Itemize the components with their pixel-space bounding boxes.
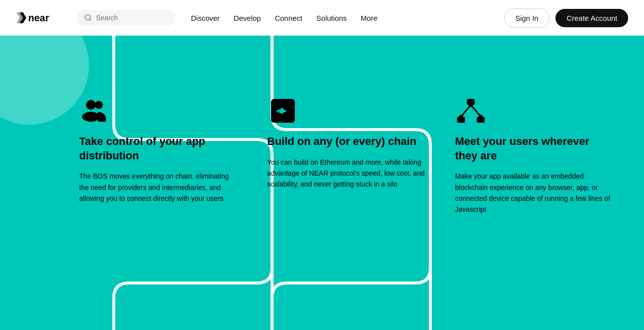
nav-develop[interactable]: Develop [233, 14, 261, 22]
feature-3-icon [455, 95, 487, 127]
nav-solutions[interactable]: Solutions [316, 14, 347, 22]
feature-2-desc: You can build on Ethereum and more, whil… [267, 157, 425, 190]
nav-discover[interactable]: Discover [191, 14, 220, 22]
feature-users-everywhere: Meet your users wherever they are Make y… [455, 95, 613, 215]
nav-actions: Sign In Create Account [504, 8, 628, 28]
svg-line-11 [461, 105, 471, 117]
svg-point-5 [82, 112, 100, 122]
search-icon [84, 14, 92, 22]
svg-point-1 [85, 15, 91, 20]
nav-more[interactable]: More [361, 14, 377, 22]
search-bar[interactable] [76, 10, 175, 26]
svg-point-14 [459, 115, 463, 119]
feature-2-icon: <> [267, 95, 299, 127]
nav-links: Discover Develop Connect Solutions More [191, 14, 488, 22]
signin-button[interactable]: Sign In [504, 8, 550, 28]
svg-line-2 [90, 19, 91, 21]
main-content: Take control of your app distribution Th… [0, 36, 644, 330]
feature-1-icon [79, 95, 111, 127]
svg-point-13 [469, 103, 473, 107]
svg-line-12 [471, 105, 481, 117]
svg-text:near: near [28, 12, 49, 23]
navbar: near Discover Develop Connect Solutions … [0, 0, 644, 36]
svg-point-4 [95, 101, 103, 109]
near-logo: near [16, 11, 60, 25]
svg-point-3 [86, 100, 96, 110]
features: Take control of your app distribution Th… [79, 95, 644, 215]
deco-circle [0, 36, 89, 125]
svg-point-15 [479, 115, 483, 119]
feature-app-distribution: Take control of your app distribution Th… [79, 95, 237, 215]
search-input[interactable] [96, 14, 167, 22]
feature-3-title: Meet your users wherever they are [455, 135, 613, 163]
logo[interactable]: near [16, 11, 60, 25]
svg-text:<>: <> [276, 105, 287, 116]
feature-2-title: Build on any (or every) chain [267, 135, 425, 149]
feature-1-title: Take control of your app distribution [79, 135, 237, 163]
feature-1-desc: The BOS moves everything on chain, elimi… [79, 171, 237, 204]
nav-connect[interactable]: Connect [275, 14, 302, 22]
create-account-button[interactable]: Create Account [555, 9, 628, 27]
feature-3-desc: Make your app available as an embedded b… [455, 171, 613, 215]
feature-multichain: <> Build on any (or every) chain You can… [267, 95, 425, 215]
